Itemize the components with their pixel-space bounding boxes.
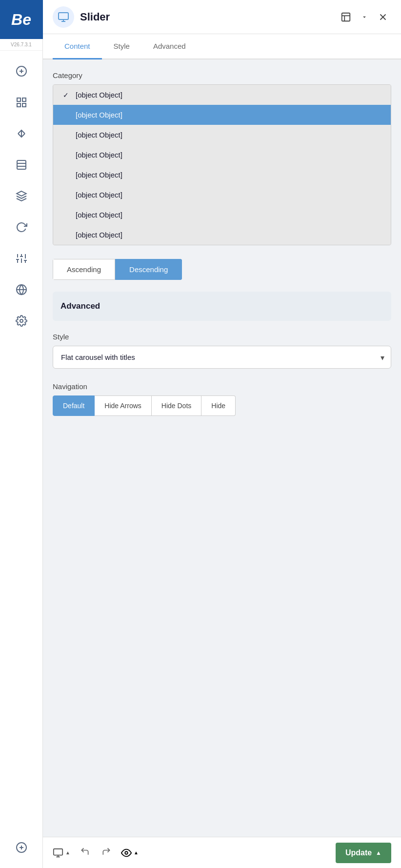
- gear-icon[interactable]: [13, 312, 30, 330]
- advanced-title: Advanced: [60, 301, 383, 311]
- version-label: V26.7.3.1: [0, 39, 42, 51]
- toolbar-left: ▲ ▲: [53, 845, 139, 861]
- navigation-label: Navigation: [53, 382, 391, 391]
- dropdown-item-6[interactable]: [object Object]: [53, 205, 391, 225]
- sidebar: Be V26.7.3.1: [0, 0, 43, 868]
- descending-button[interactable]: Descending: [115, 259, 182, 280]
- update-arrow-icon: ▲: [376, 849, 381, 856]
- svg-marker-12: [17, 191, 26, 196]
- dropdown-item-0[interactable]: ✓ [object Object]: [53, 85, 391, 105]
- preview-arrow-icon: ▲: [134, 850, 139, 855]
- dropdown-item-text-4: [object Object]: [76, 171, 122, 179]
- grid-icon[interactable]: [13, 94, 30, 111]
- layout-icon[interactable]: [13, 156, 30, 174]
- svg-point-24: [20, 319, 23, 322]
- style-select-wrapper: Flat carousel with titlesStandardGrid ▾: [53, 346, 391, 369]
- nav-buttons: Default Hide Arrows Hide Dots Hide: [53, 395, 391, 416]
- sort-icon[interactable]: [13, 125, 30, 142]
- device-selector[interactable]: ▲: [53, 848, 70, 858]
- update-button[interactable]: Update ▲: [336, 843, 391, 863]
- dropdown-menu: ✓ [object Object] [object Object] [objec…: [53, 84, 391, 245]
- refresh-icon[interactable]: [13, 218, 30, 236]
- monitor-icon: [53, 6, 74, 28]
- preview-button[interactable]: ▲: [121, 848, 139, 858]
- header-actions: [338, 9, 391, 25]
- nav-hide-button[interactable]: Hide: [201, 395, 236, 416]
- dropdown-item-1[interactable]: [object Object]: [53, 105, 391, 125]
- svg-rect-3: [17, 98, 20, 101]
- dropdown-item-text-5: [object Object]: [76, 191, 122, 199]
- close-button[interactable]: [375, 9, 391, 25]
- panel-content: Category ✓ [object Object] [object Objec…: [43, 59, 401, 837]
- ascending-button[interactable]: Ascending: [53, 259, 115, 280]
- nav-hide-dots-button[interactable]: Hide Dots: [152, 395, 201, 416]
- tab-advanced[interactable]: Advanced: [141, 34, 198, 59]
- dropdown-item-7[interactable]: [object Object]: [53, 225, 391, 245]
- svg-point-37: [125, 851, 128, 854]
- bottom-toolbar: ▲ ▲ Update ▲: [43, 837, 401, 868]
- style-label: Style: [53, 333, 391, 341]
- dropdown-item-5[interactable]: [object Object]: [53, 185, 391, 205]
- dropdown-item-2[interactable]: [object Object]: [53, 125, 391, 145]
- dropdown-arrow-button[interactable]: [358, 11, 371, 23]
- sidebar-bottom: [13, 839, 30, 868]
- panel-title: Slider: [80, 11, 332, 23]
- tabs-bar: Content Style Advanced: [43, 34, 401, 59]
- dropdown-item-text-2: [object Object]: [76, 131, 122, 139]
- svg-rect-6: [22, 103, 26, 107]
- wordpress-icon[interactable]: [13, 839, 30, 856]
- dropdown-item-text-0: [object Object]: [76, 91, 122, 99]
- sidebar-icons: [13, 51, 30, 839]
- navigation-section: Navigation Default Hide Arrows Hide Dots…: [53, 382, 391, 416]
- svg-rect-9: [17, 160, 26, 169]
- svg-rect-34: [54, 848, 62, 855]
- checkmark-0: ✓: [63, 91, 72, 99]
- undo-button[interactable]: [78, 845, 92, 861]
- category-label: Category: [53, 71, 391, 79]
- dropdown-item-text-6: [object Object]: [76, 211, 122, 219]
- main-panel: Slider Content Style Advanced: [43, 0, 401, 868]
- sort-buttons: Ascending Descending: [53, 259, 182, 280]
- panel-header: Slider: [43, 0, 401, 34]
- style-section: Style Flat carousel with titlesStandardG…: [53, 333, 391, 369]
- svg-rect-4: [22, 98, 26, 101]
- nav-default-button[interactable]: Default: [53, 395, 95, 416]
- sliders-icon[interactable]: [13, 250, 30, 267]
- update-label: Update: [345, 848, 372, 857]
- category-section: Category ✓ [object Object] [object Objec…: [53, 71, 391, 245]
- save-template-button[interactable]: [338, 9, 354, 25]
- dropdown-item-text-7: [object Object]: [76, 231, 122, 239]
- globe-icon[interactable]: [13, 281, 30, 298]
- device-arrow-icon: ▲: [65, 850, 70, 855]
- svg-rect-26: [59, 13, 68, 20]
- redo-button[interactable]: [100, 845, 113, 861]
- style-select[interactable]: Flat carousel with titlesStandardGrid: [53, 346, 391, 369]
- add-icon[interactable]: [13, 62, 30, 80]
- advanced-section: Advanced: [53, 292, 391, 321]
- category-dropdown[interactable]: ✓ [object Object] [object Object] [objec…: [53, 84, 391, 245]
- dropdown-item-text-3: [object Object]: [76, 151, 122, 159]
- nav-hide-arrows-button[interactable]: Hide Arrows: [95, 395, 151, 416]
- svg-rect-29: [342, 13, 350, 21]
- layers-icon[interactable]: [13, 187, 30, 205]
- tab-content[interactable]: Content: [53, 34, 102, 59]
- dropdown-item-text-1: [object Object]: [76, 111, 122, 119]
- svg-rect-5: [17, 103, 20, 107]
- tab-style[interactable]: Style: [102, 34, 141, 59]
- logo[interactable]: Be: [0, 0, 43, 39]
- dropdown-item-4[interactable]: [object Object]: [53, 165, 391, 185]
- dropdown-item-3[interactable]: [object Object]: [53, 145, 391, 165]
